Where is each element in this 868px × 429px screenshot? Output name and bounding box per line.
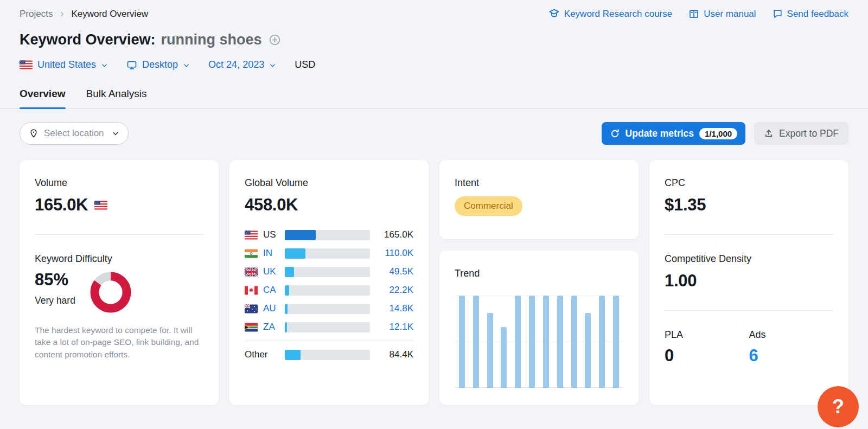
keyword-difficulty-title: Keyword Difficulty: [35, 253, 203, 265]
toolbar: Select location Update metrics 1/1,000 E…: [20, 122, 848, 145]
competitive-density-title: Competitive Density: [665, 253, 833, 265]
filters-bar: United States Desktop Oct 24, 2023 USD: [20, 59, 848, 71]
toolbar-right: Update metrics 1/1,000 Export to PDF: [602, 122, 848, 145]
country-volume-value: 22.2K: [378, 285, 413, 296]
global-volume-row: ZA12.1K: [245, 320, 413, 334]
location-filter-dropdown[interactable]: United States: [20, 59, 108, 71]
country-code[interactable]: CA: [263, 285, 285, 296]
refresh-icon: [610, 129, 620, 139]
global-volume-row: UK49.5K: [245, 265, 413, 279]
country-volume-bar: [285, 267, 370, 277]
global-volume-row: IN110.0K: [245, 246, 413, 260]
country-code[interactable]: UK: [263, 266, 285, 277]
country-volume-bar: [285, 285, 370, 296]
chevron-down-icon: [183, 62, 190, 69]
ca-flag-icon: [245, 286, 258, 295]
keyword-difficulty-description: The hardest keyword to compete for. It w…: [35, 324, 203, 361]
trend-bar: [501, 327, 507, 388]
update-metrics-counter: 1/1,000: [699, 128, 737, 139]
chat-bubble-icon: [773, 9, 783, 19]
user-manual-link[interactable]: User manual: [688, 9, 756, 20]
uk-flag-icon: [245, 267, 258, 277]
country-volume-value: 165.0K: [378, 229, 413, 240]
country-code[interactable]: AU: [263, 303, 285, 314]
trend-chart: [455, 296, 623, 388]
global-volume-row: Other84.4K: [245, 348, 413, 362]
country-code[interactable]: IN: [263, 248, 285, 259]
volume-value: 165.0K: [35, 195, 88, 215]
divider: [665, 310, 833, 311]
country-volume-value: 110.0K: [378, 248, 413, 259]
graduation-cap-icon: [548, 8, 560, 20]
trend-bar: [487, 313, 493, 388]
country-volume-value: 14.8K: [378, 303, 413, 314]
pla-title: PLA: [665, 329, 749, 341]
divider: [245, 341, 413, 341]
country-code[interactable]: ZA: [263, 322, 285, 332]
chevron-down-icon: [101, 62, 108, 69]
global-volume-row: AU14.8K: [245, 302, 413, 316]
volume-difficulty-card: Volume 165.0K Keyword Difficulty 85% Ver…: [20, 160, 219, 405]
chevron-right-icon: [58, 10, 66, 18]
trend-bar: [529, 296, 535, 388]
keyword-difficulty-percent: 85%: [35, 270, 75, 290]
device-filter-dropdown[interactable]: Desktop: [126, 59, 190, 71]
page-title: Keyword Overview: running shoes: [20, 31, 848, 48]
trend-bar: [515, 296, 521, 388]
location-pin-icon: [29, 129, 39, 138]
ads-value[interactable]: 6: [749, 346, 834, 366]
cpc-card: CPC $1.35 Competitive Density 1.00 PLA 0…: [649, 160, 848, 405]
global-volume-value: 458.0K: [245, 195, 413, 215]
keyword-research-course-link[interactable]: Keyword Research course: [548, 8, 672, 20]
country-volume-bar: [285, 322, 370, 332]
country-volume-bar: [285, 248, 370, 259]
breadcrumb-current: Keyword Overview: [71, 9, 148, 20]
cpc-value: $1.35: [665, 195, 833, 215]
select-location-dropdown[interactable]: Select location: [20, 122, 129, 145]
page-title-keyword: running shoes: [161, 31, 262, 48]
country-volume-bar: [285, 230, 370, 240]
global-volume-card: Global Volume 458.0K US165.0KIN110.0KUK4…: [229, 160, 429, 405]
breadcrumb-projects[interactable]: Projects: [20, 9, 53, 20]
page-title-prefix: Keyword Overview:: [20, 31, 156, 48]
pla-value: 0: [665, 346, 749, 366]
divider: [35, 234, 203, 235]
tab-bar: Overview Bulk Analysis: [0, 88, 868, 109]
competitive-density-value: 1.00: [665, 271, 833, 291]
trend-bars: [459, 296, 619, 388]
intent-title: Intent: [455, 177, 623, 189]
currency-label: USD: [295, 59, 315, 71]
global-volume-rows: US165.0KIN110.0KUK49.5KCA22.2KAU14.8KZA1…: [245, 228, 413, 362]
upload-icon: [764, 129, 774, 138]
volume-title: Volume: [35, 177, 203, 189]
global-volume-row: US165.0K: [245, 228, 413, 242]
country-volume-value: 49.5K: [378, 266, 413, 277]
country-volume-value: 84.4K: [378, 349, 413, 360]
trend-bar: [571, 296, 577, 388]
date-filter-dropdown[interactable]: Oct 24, 2023: [208, 59, 276, 71]
au-flag-icon: [245, 304, 258, 313]
header-links: Keyword Research course User manual Send…: [548, 8, 848, 20]
trend-bar: [473, 296, 479, 388]
global-volume-row: CA22.2K: [245, 283, 413, 297]
trend-bar: [557, 296, 563, 388]
trend-bar: [585, 313, 591, 388]
desktop-monitor-icon: [126, 60, 137, 71]
trend-card: Trend: [439, 251, 639, 405]
tab-bulk-analysis[interactable]: Bulk Analysis: [86, 88, 147, 108]
metrics-cards: Volume 165.0K Keyword Difficulty 85% Ver…: [20, 160, 848, 405]
us-flag-icon: [245, 230, 258, 240]
help-button[interactable]: ?: [818, 386, 859, 427]
country-volume-bar: [285, 350, 370, 360]
us-flag-icon: [94, 201, 107, 210]
tab-overview[interactable]: Overview: [20, 88, 66, 108]
keyword-difficulty-level: Very hard: [35, 295, 75, 306]
add-keyword-icon[interactable]: [269, 34, 281, 46]
country-code: US: [263, 229, 285, 240]
send-feedback-link[interactable]: Send feedback: [773, 9, 848, 20]
keyword-difficulty-donut: [90, 271, 132, 313]
ads-title: Ads: [749, 329, 834, 341]
export-to-pdf-button[interactable]: Export to PDF: [754, 122, 848, 145]
us-flag-icon: [20, 60, 33, 69]
update-metrics-button[interactable]: Update metrics 1/1,000: [602, 122, 745, 145]
